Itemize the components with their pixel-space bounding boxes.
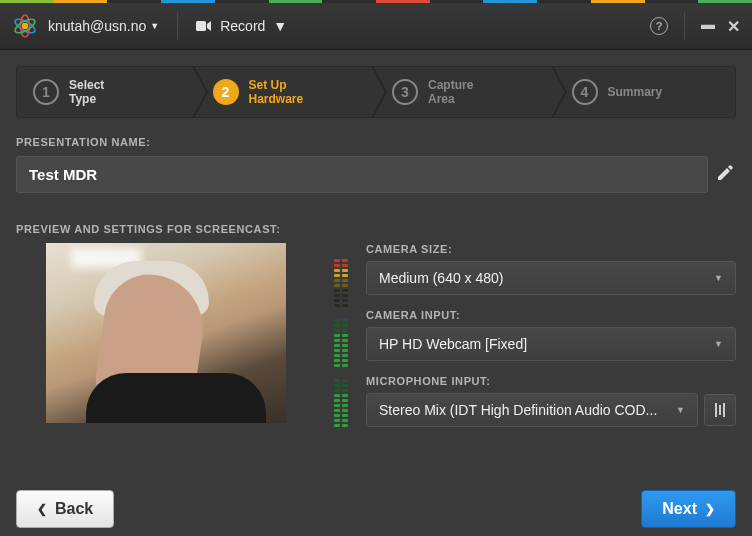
- close-button[interactable]: ✕: [727, 17, 740, 36]
- back-button[interactable]: ❮ Back: [16, 490, 114, 528]
- minimize-button[interactable]: ▬: [701, 16, 715, 32]
- divider: [177, 12, 178, 40]
- step-select-type[interactable]: 1 Select Type: [17, 67, 197, 117]
- caret-down-icon: ▼: [273, 18, 287, 34]
- button-label: Next: [662, 500, 697, 518]
- record-menu[interactable]: Record ▼: [196, 18, 287, 34]
- next-button[interactable]: Next ❯: [641, 490, 736, 528]
- camera-size-label: CAMERA SIZE:: [366, 243, 736, 255]
- step-number: 3: [392, 79, 418, 105]
- topbar: knutah@usn.no ▼ Record ▼ ? ▬ ✕: [0, 3, 752, 50]
- step-label: Type: [69, 92, 104, 106]
- button-label: Back: [55, 500, 93, 518]
- presentation-name-label: PRESENTATION NAME:: [16, 136, 736, 148]
- step-label: Hardware: [249, 92, 304, 106]
- microphone-settings-button[interactable]: [704, 394, 736, 426]
- caret-down-icon: ▼: [676, 405, 685, 415]
- window-color-strip: [0, 0, 752, 3]
- camera-size-select[interactable]: Medium (640 x 480) ▼: [366, 261, 736, 295]
- svg-point-0: [22, 23, 29, 30]
- user-menu[interactable]: knutah@usn.no ▼: [48, 18, 159, 34]
- microphone-input-select[interactable]: Stereo Mix (IDT High Definition Audio CO…: [366, 393, 698, 427]
- step-summary[interactable]: 4 Summary: [556, 67, 736, 117]
- select-value: Medium (640 x 480): [379, 270, 504, 286]
- presentation-name-input[interactable]: [16, 156, 708, 193]
- step-label: Capture: [428, 78, 473, 92]
- edit-icon[interactable]: [716, 164, 736, 186]
- microphone-input-label: MICROPHONE INPUT:: [366, 375, 736, 387]
- step-label: Summary: [608, 85, 663, 99]
- caret-down-icon: ▼: [714, 339, 723, 349]
- user-email: knutah@usn.no: [48, 18, 146, 34]
- step-label: Select: [69, 78, 104, 92]
- divider: [684, 12, 685, 40]
- step-number: 4: [572, 79, 598, 105]
- step-label: Set Up: [249, 78, 304, 92]
- chevron-right-icon: ❯: [705, 502, 715, 516]
- wizard-steps: 1 Select Type 2 Set Up Hardware 3 Captur…: [16, 66, 736, 118]
- camera-input-label: CAMERA INPUT:: [366, 309, 736, 321]
- help-icon[interactable]: ?: [650, 17, 668, 35]
- app-logo: [12, 13, 38, 39]
- step-capture-area[interactable]: 3 Capture Area: [376, 67, 556, 117]
- select-value: Stereo Mix (IDT High Definition Audio CO…: [379, 402, 657, 418]
- svg-rect-4: [196, 21, 206, 31]
- chevron-left-icon: ❮: [37, 502, 47, 516]
- main-content: 1 Select Type 2 Set Up Hardware 3 Captur…: [0, 50, 752, 457]
- step-number: 1: [33, 79, 59, 105]
- preview-section-label: PREVIEW AND SETTINGS FOR SCREENCAST:: [16, 223, 736, 235]
- camera-input-select[interactable]: HP HD Webcam [Fixed] ▼: [366, 327, 736, 361]
- record-label: Record: [220, 18, 265, 34]
- audio-meters: [328, 243, 354, 441]
- caret-down-icon: ▼: [714, 273, 723, 283]
- camera-preview: [46, 243, 286, 423]
- step-setup-hardware[interactable]: 2 Set Up Hardware: [197, 67, 377, 117]
- step-number: 2: [213, 79, 239, 105]
- select-value: HP HD Webcam [Fixed]: [379, 336, 527, 352]
- caret-down-icon: ▼: [150, 21, 159, 31]
- camera-icon: [196, 20, 212, 32]
- step-label: Area: [428, 92, 473, 106]
- footer: ❮ Back Next ❯: [16, 490, 736, 528]
